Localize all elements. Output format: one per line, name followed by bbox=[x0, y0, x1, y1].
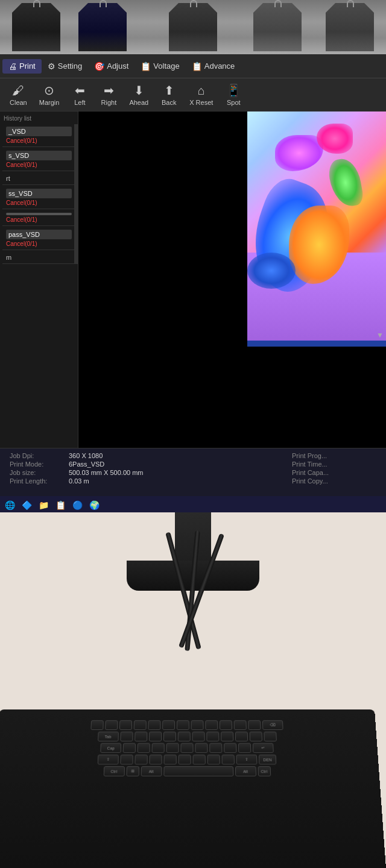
key[interactable] bbox=[191, 720, 204, 730]
list-item[interactable]: rt bbox=[2, 172, 75, 185]
key[interactable] bbox=[105, 720, 118, 730]
main-content: History list _VSD Cancel(0/1) s_VSD Canc… bbox=[0, 112, 386, 448]
clean-icon: 🖌 bbox=[12, 84, 24, 98]
key[interactable] bbox=[177, 720, 189, 730]
list-item[interactable]: s_VSD Cancel(0/1) bbox=[2, 148, 75, 171]
key-space[interactable] bbox=[163, 766, 233, 776]
taskbar-icon-edge[interactable]: 🔷 bbox=[19, 498, 34, 512]
preview-area: ▼ bbox=[78, 112, 386, 448]
key[interactable] bbox=[193, 755, 206, 765]
key[interactable] bbox=[248, 720, 261, 730]
taskbar-icon-app[interactable]: 📋 bbox=[53, 498, 68, 512]
setting-icon: ⚙ bbox=[48, 61, 55, 71]
tab-setting[interactable]: ⚙ Setting bbox=[42, 59, 88, 74]
spot-button[interactable]: 📱 Spot bbox=[220, 81, 247, 108]
list-item[interactable]: _VSD Cancel(0/1) bbox=[2, 124, 75, 147]
right-button[interactable]: ➡ Right bbox=[95, 81, 122, 108]
list-item[interactable]: Cancel(0/1) bbox=[2, 210, 75, 226]
key[interactable] bbox=[220, 720, 232, 730]
tab-voltage[interactable]: 📋 Voltage bbox=[134, 59, 185, 74]
key[interactable] bbox=[179, 755, 191, 765]
taskbar: 🌐 🔷 📁 📋 🔵 🌍 bbox=[0, 496, 386, 514]
scroll-down-icon[interactable]: ▼ bbox=[376, 331, 384, 339]
tab-adjust[interactable]: 🎯 Adjust bbox=[88, 59, 134, 74]
key[interactable] bbox=[134, 720, 147, 730]
taskbar-icon-browser[interactable]: 🌐 bbox=[2, 498, 17, 512]
spot-icon: 📱 bbox=[226, 83, 241, 98]
key[interactable] bbox=[234, 720, 247, 730]
status-left: Job Dpi: 360 X 1080 Print Mode: 6Pass_VS… bbox=[10, 452, 292, 492]
key[interactable] bbox=[180, 743, 193, 753]
back-icon: ⬆ bbox=[164, 83, 174, 98]
tab-print[interactable]: 🖨 Print bbox=[2, 59, 42, 74]
key[interactable] bbox=[149, 732, 162, 741]
key[interactable] bbox=[134, 755, 147, 765]
back-button[interactable]: ⬆ Back bbox=[156, 81, 182, 108]
key[interactable] bbox=[224, 743, 236, 753]
key[interactable] bbox=[120, 732, 133, 741]
key[interactable] bbox=[123, 743, 136, 753]
key-caps[interactable]: Cap bbox=[100, 743, 121, 753]
key[interactable] bbox=[205, 720, 218, 730]
list-item[interactable]: ss_VSD Cancel(0/1) bbox=[2, 186, 75, 209]
key[interactable] bbox=[163, 732, 176, 741]
ahead-icon: ⬇ bbox=[134, 83, 144, 98]
key[interactable] bbox=[90, 720, 103, 730]
status-bar: Job Dpi: 360 X 1080 Print Mode: 6Pass_VS… bbox=[0, 448, 386, 496]
key[interactable] bbox=[166, 743, 179, 753]
keyboard-rows: ⌫ Tab Cap bbox=[0, 709, 381, 789]
key-win[interactable]: ⊞ bbox=[126, 766, 139, 776]
key[interactable] bbox=[235, 732, 247, 741]
taskbar-icon-globe[interactable]: 🌍 bbox=[87, 498, 101, 512]
key-backspace[interactable]: ⌫ bbox=[262, 720, 283, 730]
key[interactable] bbox=[134, 732, 147, 741]
xreset-button[interactable]: ⌂ X Reset bbox=[185, 81, 218, 108]
key-shift-left[interactable]: ⇧ bbox=[98, 755, 119, 765]
taskbar-icon-folder[interactable]: 📁 bbox=[36, 498, 51, 512]
key[interactable] bbox=[119, 720, 132, 730]
key[interactable] bbox=[138, 743, 150, 753]
key-shift-right[interactable]: ⇧ bbox=[236, 755, 258, 765]
scrollbar[interactable] bbox=[74, 124, 78, 264]
key[interactable] bbox=[152, 743, 165, 753]
app-toolbar: 🖨 Print ⚙ Setting 🎯 Adjust 📋 Voltage 📋 A… bbox=[0, 54, 386, 78]
key-tab[interactable]: Tab bbox=[98, 732, 119, 741]
key-alt[interactable]: Alt bbox=[141, 766, 162, 776]
key[interactable] bbox=[222, 755, 235, 765]
key[interactable] bbox=[221, 732, 233, 741]
preview-image: ▼ bbox=[247, 112, 386, 347]
tab-advance[interactable]: 📋 Advance bbox=[186, 59, 241, 74]
key[interactable] bbox=[192, 732, 204, 741]
key[interactable] bbox=[177, 732, 190, 741]
left-button[interactable]: ⬅ Left bbox=[66, 81, 93, 108]
key[interactable] bbox=[264, 732, 276, 741]
key-den[interactable]: DEN bbox=[259, 755, 276, 765]
taskbar-icon-blue[interactable]: 🔵 bbox=[70, 498, 84, 512]
key[interactable] bbox=[207, 755, 220, 765]
key[interactable] bbox=[249, 732, 262, 741]
monitor-screen: 🖨 Print ⚙ Setting 🎯 Adjust 📋 Voltage 📋 A… bbox=[0, 54, 386, 494]
key[interactable] bbox=[162, 720, 175, 730]
key-ctrl-right[interactable]: Ctrl bbox=[258, 766, 271, 776]
margin-button[interactable]: ⊙ Margin bbox=[34, 81, 65, 108]
job-list-label: History list bbox=[0, 114, 78, 123]
ahead-button[interactable]: ⬇ Ahead bbox=[124, 81, 153, 108]
key[interactable] bbox=[164, 755, 177, 765]
icon-toolbar: 🖌 Clean ⊙ Margin ⬅ Left ➡ Right ⬇ Ahead … bbox=[0, 78, 386, 112]
key[interactable] bbox=[206, 732, 219, 741]
key[interactable] bbox=[195, 743, 207, 753]
key-enter[interactable]: ↵ bbox=[253, 743, 274, 753]
clean-button[interactable]: 🖌 Clean bbox=[5, 81, 32, 108]
key[interactable] bbox=[238, 743, 251, 753]
xreset-icon: ⌂ bbox=[198, 84, 205, 98]
key-alt-right[interactable]: Alt bbox=[235, 766, 256, 776]
key[interactable] bbox=[149, 755, 162, 765]
list-item[interactable]: m bbox=[2, 251, 75, 264]
key-ctrl[interactable]: Ctrl bbox=[103, 766, 124, 776]
list-item[interactable]: pass_VSD Cancel(0/1) bbox=[2, 227, 75, 250]
key[interactable] bbox=[148, 720, 160, 730]
key[interactable] bbox=[120, 755, 133, 765]
status-right: Print Prog... Print Time... Print Capa..… bbox=[292, 452, 376, 492]
print-icon: 🖨 bbox=[8, 61, 17, 71]
key[interactable] bbox=[209, 743, 222, 753]
